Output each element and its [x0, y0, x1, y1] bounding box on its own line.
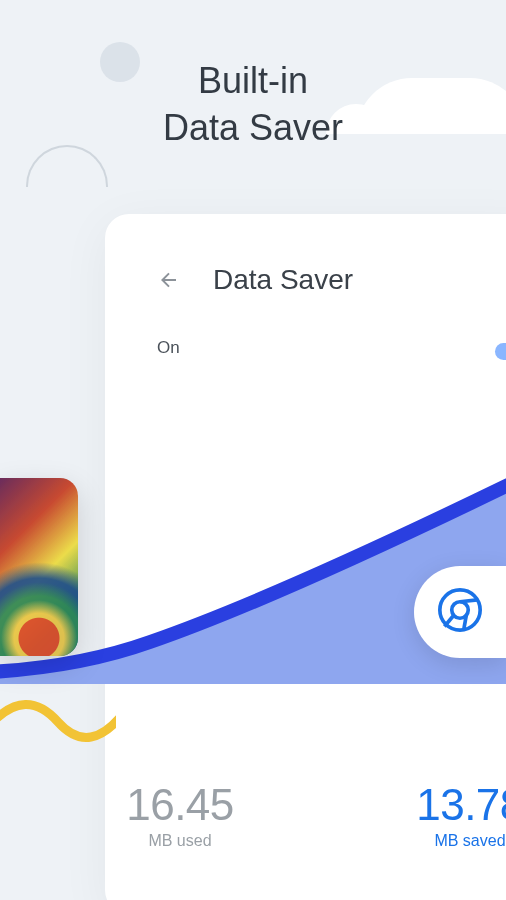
headline-line1: Built-in: [0, 58, 506, 105]
toggle-label: On: [157, 338, 180, 358]
toggle-row: On: [105, 316, 506, 358]
card-header: Data Saver: [105, 214, 506, 316]
background-image-tile: [0, 478, 78, 656]
chrome-button[interactable]: [414, 566, 506, 658]
chrome-icon: [438, 588, 482, 636]
stat-used-label: MB used: [105, 832, 255, 850]
stat-used: 16.45 MB used: [105, 780, 255, 850]
stat-saved: 13.78 MB saved: [395, 780, 506, 850]
stat-saved-value: 13.78: [395, 780, 506, 830]
page-headline: Built-in Data Saver: [0, 58, 506, 152]
headline-line2: Data Saver: [0, 105, 506, 152]
back-arrow-icon[interactable]: [157, 268, 181, 292]
stats-row: 16.45 MB used 13.78 MB saved: [105, 780, 506, 850]
card-title: Data Saver: [213, 264, 353, 296]
yellow-curve-decoration: [0, 694, 116, 754]
stat-used-value: 16.45: [105, 780, 255, 830]
data-saver-toggle[interactable]: [495, 338, 506, 358]
stat-saved-label: MB saved: [395, 832, 506, 850]
